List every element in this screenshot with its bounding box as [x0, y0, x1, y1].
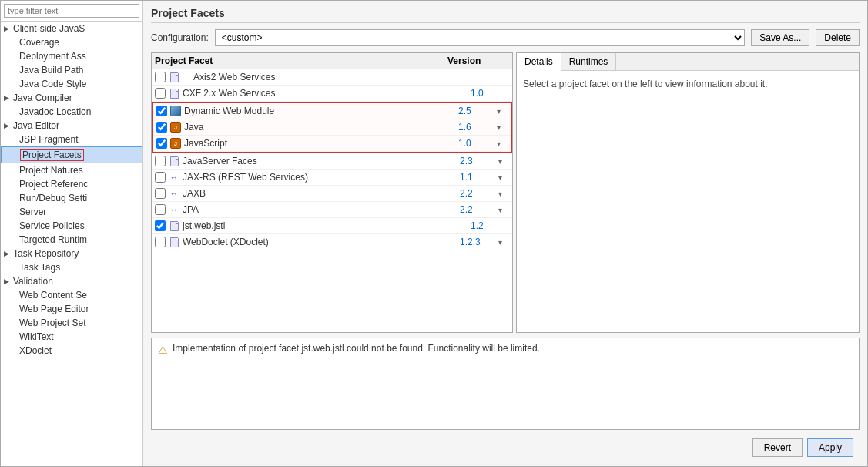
web-module-icon — [169, 105, 182, 117]
table-row[interactable]: WebDoclet (XDoclet)1.2.3▾ — [152, 234, 512, 250]
sidebar-item-web-page-editor[interactable]: Web Page Editor — [1, 302, 142, 316]
table-row[interactable]: ↔JPA2.2▾ — [152, 202, 512, 218]
connector-icon: ↔ — [168, 203, 180, 216]
filter-area[interactable] — [1, 1, 142, 22]
sidebar-item-label: Java Build Path — [19, 65, 83, 76]
facet-checkbox-jst-web-jstl[interactable] — [155, 220, 166, 231]
sidebar-item-label: Project Referenc — [19, 179, 88, 190]
filter-input[interactable] — [4, 4, 139, 18]
sidebar-item-web-project-set[interactable]: Web Project Set — [1, 316, 142, 330]
table-row[interactable]: ↔JAX-RS (REST Web Services)1.1▾ — [152, 170, 512, 186]
delete-button[interactable]: Delete — [816, 29, 860, 46]
facet-version: 1.2 — [471, 220, 509, 231]
sidebar-item-web-content-se[interactable]: Web Content Se — [1, 288, 142, 302]
connector-icon: ↔ — [168, 171, 180, 183]
facet-checkbox-jaxb[interactable] — [155, 188, 166, 199]
table-row[interactable]: CXF 2.x Web Services1.0 — [152, 86, 512, 102]
save-as-button[interactable]: Save As... — [751, 29, 809, 46]
table-row[interactable]: jst.web.jstl1.2 — [152, 218, 512, 234]
expand-arrow-icon[interactable]: ▶ — [4, 122, 12, 129]
facet-name: JAXB — [183, 188, 460, 199]
sidebar-item-label: Java Code Style — [19, 79, 86, 89]
sidebar-item-label: Task Repository — [13, 248, 79, 259]
sidebar-item-run-debug-settings[interactable]: Run/Debug Setti — [1, 191, 142, 205]
version-dropdown-icon[interactable]: ▾ — [498, 206, 509, 214]
sidebar-item-xdoclet[interactable]: XDoclet — [1, 344, 142, 358]
version-dropdown-icon[interactable]: ▾ — [498, 173, 509, 182]
sidebar-item-deployment-ass[interactable]: Deployment Ass — [1, 49, 142, 63]
sidebar-item-label: Deployment Ass — [19, 51, 86, 62]
facet-checkbox-dynamic-web[interactable] — [156, 106, 167, 116]
facet-checkbox-cxf[interactable] — [155, 88, 166, 99]
expand-arrow-icon[interactable]: ▶ — [4, 94, 12, 102]
sidebar-item-coverage[interactable]: Coverage — [1, 35, 142, 49]
warning-text: Implementation of project facet jst.web.… — [173, 343, 540, 354]
facet-checkbox-jax-rs[interactable] — [155, 172, 166, 183]
sidebar-item-wiki-text[interactable]: WikiText — [1, 330, 142, 344]
facet-checkbox-java[interactable] — [156, 122, 167, 133]
sidebar-item-task-repository[interactable]: ▶Task Repository — [1, 247, 142, 260]
table-row[interactable]: JJava1.6▾ — [153, 119, 511, 136]
table-row[interactable]: JavaServer Faces2.3▾ — [152, 153, 512, 170]
sidebar-item-label: Task Tags — [19, 262, 60, 273]
expand-arrow-icon[interactable]: ▶ — [4, 25, 12, 32]
facet-checkbox-webdoclet[interactable] — [155, 237, 166, 247]
sidebar-item-label: Server — [19, 207, 46, 217]
sidebar-item-validation[interactable]: ▶Validation — [1, 274, 142, 288]
version-dropdown-icon[interactable]: ▾ — [497, 123, 508, 132]
sidebar-item-jsp-fragment[interactable]: JSP Fragment — [1, 133, 142, 146]
revert-button[interactable]: Revert — [752, 438, 803, 457]
sidebar-item-label: Targeted Runtim — [19, 234, 87, 245]
sidebar-tree: ▶Client-side JavaSCoverageDeployment Ass… — [1, 22, 142, 466]
version-dropdown-icon[interactable]: ▾ — [497, 139, 508, 148]
version-dropdown-icon[interactable]: ▾ — [497, 107, 508, 116]
facet-checkbox-axis2[interactable] — [155, 72, 166, 82]
facet-version: 2.2 — [460, 188, 498, 199]
facet-checkbox-javascript[interactable] — [156, 138, 167, 149]
sidebar-item-service-policies[interactable]: Service Policies — [1, 219, 142, 233]
version-dropdown-icon[interactable]: ▾ — [498, 238, 509, 247]
highlighted-group-border: Dynamic Web Module2.5▾JJava1.6▾JJavaScri… — [152, 102, 512, 153]
version-dropdown-icon[interactable]: ▾ — [498, 157, 509, 166]
tab-details[interactable]: Details — [517, 53, 561, 71]
facet-checkbox-jpa[interactable] — [155, 204, 166, 215]
sidebar-item-java-editor[interactable]: ▶Java Editor — [1, 119, 142, 133]
table-row[interactable]: Dynamic Web Module2.5▾ — [153, 103, 511, 119]
col-header-facet: Project Facet — [155, 55, 447, 66]
warning-icon: ⚠ — [158, 344, 168, 356]
table-row[interactable]: Axis2 Web Services — [152, 69, 512, 86]
apply-button[interactable]: Apply — [807, 438, 853, 457]
facet-name: Java — [184, 122, 458, 133]
sidebar-item-task-tags[interactable]: Task Tags — [1, 260, 142, 274]
details-tabs: Details Runtimes — [517, 53, 859, 71]
table-row[interactable]: ↔JAXB2.2▾ — [152, 186, 512, 202]
page-icon — [168, 71, 180, 83]
config-select[interactable]: <custom> — [215, 29, 746, 46]
sidebar-item-project-facets[interactable]: Project Facets — [1, 146, 142, 163]
sidebar-item-project-reference[interactable]: Project Referenc — [1, 177, 142, 191]
sidebar-item-java-build-path[interactable]: Java Build Path — [1, 63, 142, 77]
details-content: Select a project facet on the left to vi… — [517, 71, 859, 97]
facet-checkbox-javaserver-faces[interactable] — [155, 156, 166, 166]
tab-runtimes[interactable]: Runtimes — [561, 53, 617, 70]
config-label: Configuration: — [151, 32, 209, 43]
facet-name: Dynamic Web Module — [184, 106, 458, 116]
sidebar-item-java-compiler[interactable]: ▶Java Compiler — [1, 91, 142, 105]
properties-dialog: ▶Client-side JavaSCoverageDeployment Ass… — [0, 0, 868, 467]
expand-arrow-icon[interactable]: ▶ — [4, 250, 12, 257]
sidebar-item-java-code-style[interactable]: Java Code Style — [1, 77, 142, 91]
expand-arrow-icon[interactable]: ▶ — [4, 277, 12, 285]
sidebar-item-targeted-runtime[interactable]: Targeted Runtim — [1, 233, 142, 247]
sidebar-item-label: Javadoc Location — [19, 106, 91, 117]
sidebar-item-label: Project Natures — [19, 165, 83, 176]
sidebar-item-server[interactable]: Server — [1, 205, 142, 219]
page-icon — [168, 236, 180, 248]
sidebar-item-client-side-js[interactable]: ▶Client-side JavaS — [1, 22, 142, 35]
details-panel: Details Runtimes Select a project facet … — [516, 52, 860, 333]
sidebar-item-javadoc-location[interactable]: Javadoc Location — [1, 105, 142, 119]
table-row[interactable]: JJavaScript1.0▾ — [153, 136, 511, 152]
facet-name: CXF 2.x Web Services — [183, 88, 471, 99]
version-dropdown-icon[interactable]: ▾ — [498, 190, 509, 198]
sidebar-item-project-natures[interactable]: Project Natures — [1, 163, 142, 177]
table-header: Project Facet Version — [152, 53, 512, 69]
